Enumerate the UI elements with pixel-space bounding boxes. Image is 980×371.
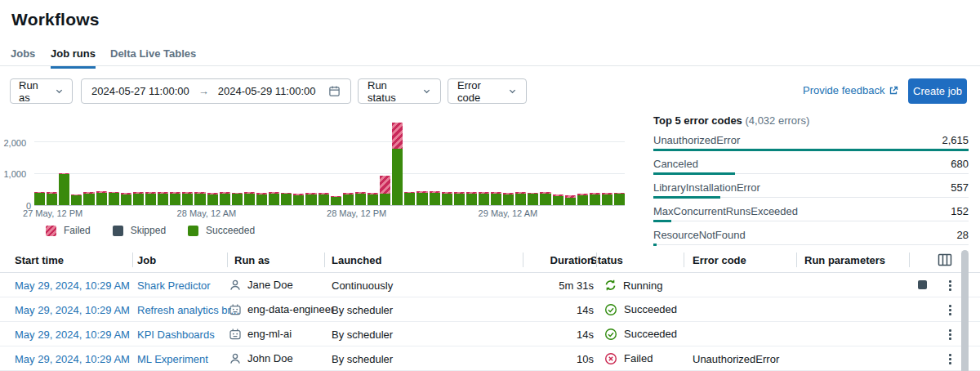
job-link[interactable]: KPI Dashboards <box>137 328 215 340</box>
chart-bar[interactable] <box>182 192 193 205</box>
chart-bar[interactable] <box>602 193 612 205</box>
chart-bar[interactable] <box>83 192 94 205</box>
chart-bar[interactable] <box>59 173 69 205</box>
chart-bar[interactable] <box>34 192 45 205</box>
run-as-name: eng-data-engineering <box>247 303 332 315</box>
start-time-link[interactable]: May 29, 2024, 10:29 AM <box>15 279 130 291</box>
error-code-filter[interactable]: Error code <box>448 78 527 104</box>
chart-legend: Failed Skipped Succeeded <box>46 225 255 236</box>
job-link[interactable]: ML Experiment <box>137 352 208 364</box>
chart-bar[interactable] <box>220 192 230 205</box>
error-code-item[interactable]: LibraryInstallationError557 <box>653 181 969 199</box>
chart-bar[interactable] <box>491 192 501 205</box>
user-icon <box>229 279 242 292</box>
tab-delta-live-tables[interactable]: Delta Live Tables <box>110 47 196 66</box>
duration-cell: 14s <box>577 303 594 315</box>
start-time-link[interactable]: May 29, 2024, 10:29 AM <box>15 328 130 340</box>
chart-bar[interactable] <box>232 193 243 205</box>
row-menu-kebab-icon[interactable] <box>943 352 956 365</box>
row-menu-kebab-icon[interactable] <box>943 303 956 316</box>
chart-bar[interactable] <box>430 191 440 205</box>
run-status-filter[interactable]: Run status <box>358 78 441 104</box>
provide-feedback-link[interactable]: Provide feedback <box>803 84 898 96</box>
column-header-run-parameters[interactable]: Run parameters <box>804 254 885 266</box>
table-row[interactable]: May 29, 2024, 10:29 AM Shark Predictor J… <box>0 273 980 297</box>
start-time-link[interactable]: May 29, 2024, 10:29 AM <box>15 303 130 315</box>
start-time-link[interactable]: May 29, 2024, 10:29 AM <box>15 352 130 364</box>
chart-bar[interactable] <box>442 192 452 205</box>
chart-bar[interactable] <box>479 192 489 205</box>
chart-bar[interactable] <box>343 193 354 205</box>
chart-bar[interactable] <box>194 192 205 205</box>
chart-bar[interactable] <box>553 194 564 205</box>
column-header-launched[interactable]: Launched <box>332 254 381 266</box>
chart-bar[interactable] <box>368 193 378 205</box>
chart-bar[interactable] <box>293 194 304 205</box>
chart-bar[interactable] <box>207 193 218 205</box>
chart-bar[interactable] <box>318 193 329 205</box>
chart-bar[interactable] <box>416 191 427 205</box>
chart-bar[interactable] <box>404 192 415 205</box>
chart-bar[interactable] <box>71 194 82 205</box>
chart-bar[interactable] <box>577 194 588 205</box>
chart-bar[interactable] <box>47 192 57 205</box>
column-header-status[interactable]: Status <box>590 254 623 266</box>
chart-bar[interactable] <box>565 195 576 205</box>
error-code-item[interactable]: ResourceNotFound28 <box>653 229 969 246</box>
chart-bar[interactable] <box>355 192 366 205</box>
chart-bar[interactable] <box>305 193 316 205</box>
chart-bar[interactable] <box>133 192 144 205</box>
create-job-button[interactable]: Create job <box>908 78 967 104</box>
chart-bar[interactable] <box>503 193 514 205</box>
table-row[interactable]: May 29, 2024, 10:29 AM KPI Dashboards en… <box>0 322 980 346</box>
chart-bar[interactable] <box>392 123 403 205</box>
row-menu-kebab-icon[interactable] <box>943 279 956 292</box>
chart-bar[interactable] <box>528 193 538 205</box>
column-picker-icon[interactable] <box>938 253 952 266</box>
error-code-item[interactable]: UnauthorizedError2,615 <box>653 134 969 151</box>
vertical-scrollbar[interactable] <box>961 250 969 371</box>
error-code-item[interactable]: Canceled680 <box>653 158 969 175</box>
calendar-icon[interactable] <box>328 85 341 97</box>
column-header-error-code[interactable]: Error code <box>693 254 746 266</box>
chart-bar[interactable] <box>515 192 526 205</box>
skipped-swatch-icon <box>113 226 123 236</box>
table-row[interactable]: May 29, 2024, 10:29 AM ML Experiment Joh… <box>0 346 980 371</box>
column-header-start-time[interactable]: Start time <box>15 254 64 266</box>
chart-bar[interactable] <box>121 193 131 205</box>
top-error-codes-subtitle: (4,032 errors) <box>745 114 809 127</box>
chart-bar[interactable] <box>380 176 390 205</box>
chart-bar[interactable] <box>158 192 168 205</box>
chart-bar[interactable] <box>256 193 267 205</box>
column-header-duration[interactable]: Duration <box>550 254 594 266</box>
chart-bar[interactable] <box>454 192 465 205</box>
row-menu-kebab-icon[interactable] <box>943 328 956 341</box>
tab-job-runs[interactable]: Job runs <box>51 47 96 69</box>
error-code-count: 680 <box>951 158 969 170</box>
job-link[interactable]: Shark Predictor <box>137 279 211 291</box>
error-code-bar <box>653 196 720 199</box>
chart-bar[interactable] <box>614 193 625 205</box>
date-range-input[interactable]: 2024-05-27 11:00:00 → 2024-05-29 11:00:0… <box>81 78 351 104</box>
chart-bar[interactable] <box>466 192 477 205</box>
chart-bar[interactable] <box>590 193 600 205</box>
tab-jobs[interactable]: Jobs <box>11 47 35 66</box>
chart-bar[interactable] <box>281 193 292 205</box>
chart-bar[interactable] <box>170 192 180 205</box>
chart-bar[interactable] <box>96 191 107 205</box>
chart-bar[interactable] <box>540 192 550 205</box>
job-link[interactable]: Refresh analytics br... <box>137 303 239 315</box>
column-header-job[interactable]: Job <box>137 254 156 266</box>
error-code-item[interactable]: MaxConcurrentRunsExceeded152 <box>653 205 969 222</box>
chart-bar[interactable] <box>145 192 156 205</box>
status-label: Running <box>623 279 662 291</box>
column-header-run-as[interactable]: Run as <box>234 254 270 266</box>
run-as-filter[interactable]: Run as <box>10 78 73 104</box>
chart-bar[interactable] <box>269 192 279 205</box>
table-row[interactable]: May 29, 2024, 10:29 AM Refresh analytics… <box>0 297 980 322</box>
stop-run-button[interactable] <box>918 280 927 289</box>
chart-bar[interactable] <box>331 196 341 205</box>
chart-bar[interactable] <box>244 192 255 205</box>
chart-bar[interactable] <box>109 192 119 205</box>
duration-cell: 10s <box>577 352 594 364</box>
